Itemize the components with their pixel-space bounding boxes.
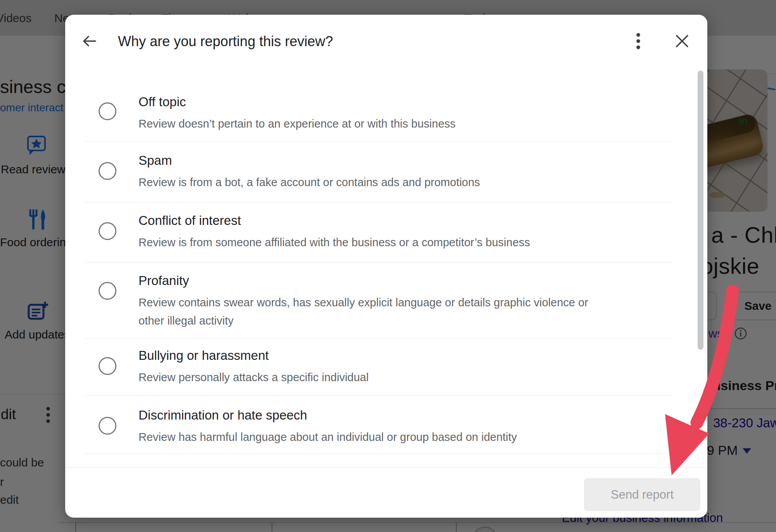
- radio-spam[interactable]: [99, 162, 116, 180]
- option-description: Review has harmful language about an ind…: [139, 428, 678, 446]
- list-divider: [85, 339, 674, 339]
- back-arrow-icon: [81, 33, 97, 49]
- send-report-button[interactable]: Send report: [584, 478, 700, 511]
- option-description: Review is from a bot, a fake account or …: [139, 173, 678, 192]
- dialog-title: Why are you reporting this review?: [118, 33, 333, 50]
- radio-bullying[interactable]: [99, 357, 116, 375]
- option-label[interactable]: Bullying or harassment: [139, 348, 269, 363]
- report-review-dialog: Why are you reporting this review? Off t…: [65, 15, 707, 518]
- dialog-scrollbar[interactable]: [698, 71, 703, 350]
- option-description: Review doesn’t pertain to an experience …: [139, 115, 678, 133]
- option-label[interactable]: Conflict of interest: [139, 213, 241, 228]
- list-divider: [85, 395, 674, 396]
- option-description: Review contains swear words, has sexuall…: [139, 294, 678, 330]
- kebab-icon: [636, 33, 641, 50]
- radio-off-topic[interactable]: [99, 102, 116, 120]
- dialog-overflow-menu-button[interactable]: [630, 33, 647, 50]
- option-description: Review personally attacks a specific ind…: [139, 368, 678, 387]
- list-divider: [85, 141, 674, 142]
- option-label[interactable]: Off topic: [139, 95, 186, 109]
- list-divider: [85, 202, 674, 202]
- back-button[interactable]: [81, 33, 98, 50]
- footer-divider: [65, 467, 707, 468]
- radio-profanity[interactable]: [99, 282, 116, 300]
- option-label[interactable]: Discrimination or hate speech: [139, 408, 307, 423]
- option-label[interactable]: Spam: [139, 153, 172, 168]
- screenshot-stage: Videos News Books Finance Web Tools sine…: [0, 0, 776, 532]
- list-divider: [85, 262, 674, 263]
- list-divider: [85, 454, 674, 454]
- radio-discrimination[interactable]: [99, 417, 116, 435]
- close-icon: [675, 34, 689, 48]
- option-label[interactable]: Profanity: [139, 273, 189, 288]
- radio-conflict-of-interest[interactable]: [99, 222, 116, 240]
- close-button[interactable]: [674, 33, 691, 50]
- option-description: Review is from someone affiliated with t…: [139, 233, 678, 252]
